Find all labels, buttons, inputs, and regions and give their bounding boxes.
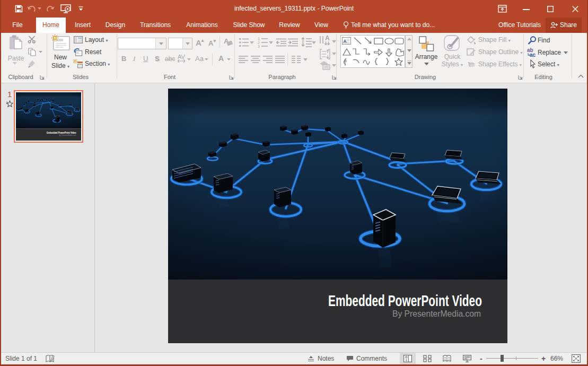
svg-text:2: 2 — [258, 41, 260, 45]
svg-text:ac: ac — [530, 52, 536, 57]
svg-text:A: A — [325, 35, 330, 42]
svg-text:3: 3 — [258, 45, 260, 48]
